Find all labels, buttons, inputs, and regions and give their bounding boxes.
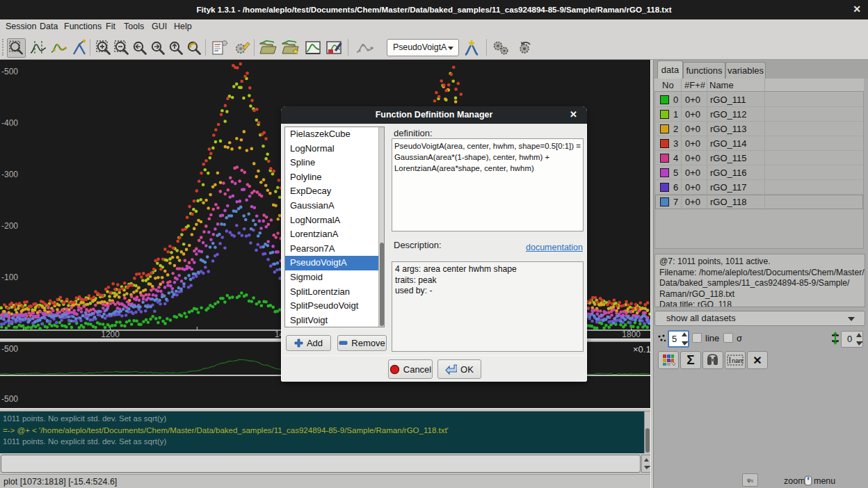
svg-text:nam: nam	[732, 357, 744, 364]
svg-text:-500: -500	[1, 67, 18, 76]
svg-text:×0.1: ×0.1	[633, 344, 650, 355]
svg-text:-500: -500	[1, 344, 18, 354]
svg-text:-300: -300	[1, 170, 18, 179]
svg-text:1200: 1200	[101, 330, 120, 339]
svg-text:-500: -500	[1, 394, 18, 404]
svg-text:-400: -400	[1, 118, 18, 128]
svg-text:-200: -200	[1, 221, 18, 231]
svg-text:-100: -100	[1, 273, 18, 282]
svg-text:1800: 1800	[622, 330, 641, 339]
